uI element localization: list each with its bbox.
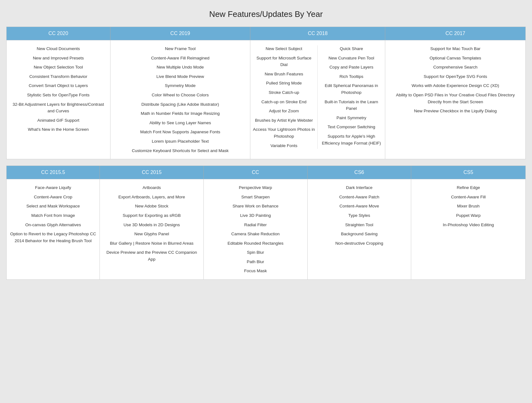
list-item: New Adobe Stock: [103, 203, 200, 210]
list-item: Works with Adobe Experience Design CC (X…: [388, 82, 522, 89]
list-item: Convert Smart Object to Layers: [10, 82, 107, 89]
list-item: Content-Aware Fill: [414, 194, 522, 201]
list-item: Support for Mac Touch Bar: [388, 45, 522, 52]
list-item: Background Saving: [311, 231, 408, 237]
col-cc: Perspective WarpSmart SharpenShare Work …: [204, 179, 308, 279]
col-cc2018: New Select SubjectSupport for Microsoft …: [250, 40, 385, 159]
list-item: New Glyphs Panel: [103, 231, 200, 237]
page-title: New Features/Updates By Year: [6, 9, 526, 19]
list-item: New Brush Features: [252, 71, 315, 78]
list-item: Perspective Warp: [207, 184, 304, 191]
header-cc: CC: [204, 166, 308, 179]
list-item: Distribute Spacing (Like Adobe Illustrat…: [114, 101, 247, 108]
list-item: Catch-up on Stroke End: [252, 99, 315, 105]
header-cc2020: CC 2020: [7, 27, 110, 40]
list-item: Radial Filter: [207, 222, 304, 228]
list-item: Brushes by Artist Kyle Webster: [252, 117, 315, 124]
list-item: Support for Microsoft Surface Dial: [252, 55, 315, 68]
col-cc2015-5: Face-Aware LiquifyContent-Aware CropSele…: [7, 179, 100, 279]
list-item: Text Composer Switching: [320, 124, 383, 130]
list-item: Copy and Paste Layers: [320, 64, 383, 71]
header-cc2017: CC 2017: [385, 27, 525, 40]
list-item: New Object Selection Tool: [10, 64, 107, 71]
list-item: New Preview Checkbox in the Liquify Dial…: [388, 108, 522, 115]
list-item: In-Photoshop Video Editing: [414, 222, 522, 228]
list-item: Lorem Ipsum Placeholder Text: [114, 138, 247, 145]
list-item: 32-Bit Adjustment Layers for Brightness/…: [10, 101, 107, 115]
section2-header-row: CC 2015.5 CC 2015 CC CS6 CS5: [7, 166, 525, 179]
list-item: New Cloud Documents: [10, 45, 107, 52]
list-item: Stroke Catch-up: [252, 89, 315, 96]
list-item: Artboards: [103, 184, 200, 191]
list-item: Path Blur: [207, 258, 304, 265]
list-item: Face-Aware Liquify: [10, 184, 96, 191]
col-cc2017: Support for Mac Touch BarOptional Canvas…: [385, 40, 525, 159]
cc2018-sub-right: Quick ShareNew Curvature Pen ToolCopy an…: [318, 45, 385, 149]
list-item: Pulled String Mode: [252, 80, 315, 87]
list-item: Device Preview and the Preview CC Compan…: [103, 249, 200, 263]
list-item: Puppet Warp: [414, 212, 522, 219]
list-item: Select and Mask Workspace: [10, 203, 96, 210]
col-cc2019: New Frame ToolContent-Aware Fill Reimagi…: [110, 40, 251, 159]
header-cc2018: CC 2018: [250, 27, 385, 40]
list-item: Editable Rounded Rectangles: [207, 240, 304, 247]
list-item: Content-Aware Patch: [311, 194, 408, 201]
list-item: Dark Interface: [311, 184, 408, 191]
cc2018-inner: New Select SubjectSupport for Microsoft …: [250, 40, 385, 154]
list-item: Smart Sharpen: [207, 194, 304, 201]
list-item: Match Font from Image: [10, 212, 96, 219]
list-item: Live Blend Mode Preview: [114, 73, 247, 80]
list-item: Spin Blur: [207, 249, 304, 256]
col-cs6: Dark InterfaceContent-Aware PatchContent…: [308, 179, 412, 279]
list-item: Rich Tooltips: [320, 73, 383, 80]
list-item: Consistent Transform Behavior: [10, 73, 107, 80]
list-item: Refine Edge: [414, 184, 522, 191]
list-item: Ability to Open PSD Files in Your Creati…: [388, 92, 522, 105]
list-item: On-canvas Glyph Alternatives: [10, 222, 96, 228]
section2-grid: CC 2015.5 CC 2015 CC CS6 CS5 Face-Aware …: [6, 166, 526, 280]
section2-content-row: Face-Aware LiquifyContent-Aware CropSele…: [7, 179, 525, 279]
list-item: Support for OpenType SVG Fonts: [388, 73, 522, 80]
list-item: Camera Shake Reduction: [207, 231, 304, 237]
list-item: Straighten Tool: [311, 222, 408, 228]
list-item: Ability to See Long Layer Names: [114, 120, 247, 126]
col-cc2015: ArtboardsExport Artboards, Layers, and M…: [100, 179, 204, 279]
header-cs6: CS6: [308, 166, 412, 179]
list-item: Content-Aware Fill Reimagined: [114, 55, 247, 62]
list-item: Comprehensive Search: [388, 64, 522, 71]
header-cc2015: CC 2015: [100, 166, 204, 179]
list-item: New Frame Tool: [114, 45, 247, 52]
list-item: Content-Aware Crop: [10, 194, 96, 201]
col-cs5: Refine EdgeContent-Aware FillMixer Brush…: [411, 179, 525, 279]
list-item: Non-destructive Cropping: [311, 240, 408, 247]
list-item: New Select Subject: [252, 45, 315, 52]
list-item: Math in Number Fields for Image Resizing: [114, 110, 247, 117]
list-item: Live 3D Painting: [207, 212, 304, 219]
list-item: Match Font Now Supports Japanese Fonts: [114, 129, 247, 135]
section1-content-row: New Cloud DocumentsNew and Improved Pres…: [7, 40, 525, 159]
list-item: Content-Aware Move: [311, 203, 408, 210]
list-item: Quick Share: [320, 45, 383, 52]
header-cc2019: CC 2019: [110, 27, 251, 40]
list-item: Use 3D Models in 2D Designs: [103, 222, 200, 228]
section1-header-row: CC 2020 CC 2019 CC 2018 CC 2017: [7, 27, 525, 40]
list-item: New and Improved Presets: [10, 55, 107, 62]
list-item: Variable Fonts: [252, 142, 315, 149]
list-item: Option to Revert to the Legacy Photoshop…: [10, 231, 96, 244]
list-item: Focus Mask: [207, 268, 304, 274]
list-item: Blur Gallery | Restore Noise in Blurred …: [103, 240, 200, 247]
header-cc2015-5: CC 2015.5: [7, 166, 100, 179]
list-item: New Curvature Pen Tool: [320, 55, 383, 62]
list-item: Customize Keyboard Shortcuts for Select …: [114, 147, 247, 154]
list-item: Color Wheel to Choose Colors: [114, 92, 247, 99]
cc2018-sub-left: New Select SubjectSupport for Microsoft …: [250, 45, 318, 149]
section1-grid: CC 2020 CC 2019 CC 2018 CC 2017 New Clou…: [6, 27, 526, 159]
list-item: Type Styles: [311, 212, 408, 219]
list-item: Mixer Brush: [414, 203, 522, 210]
col-cc2020: New Cloud DocumentsNew and Improved Pres…: [7, 40, 110, 159]
list-item: Animated GIF Support: [10, 117, 107, 124]
list-item: Access Your Lightroom Photos in Photosho…: [252, 126, 315, 140]
list-item: Paint Symmetry: [320, 115, 383, 121]
header-cs5: CS5: [411, 166, 525, 179]
list-item: Adjust for Zoom: [252, 108, 315, 115]
